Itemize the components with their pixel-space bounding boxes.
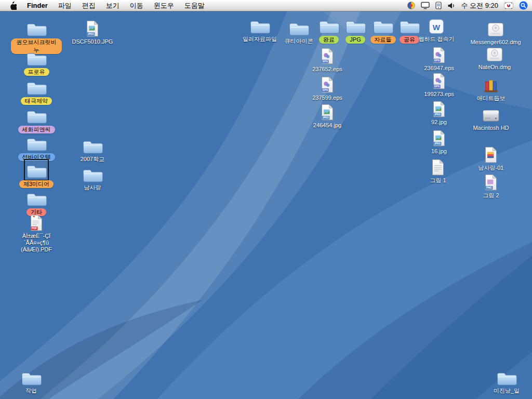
- jpeg-icon: JPEG: [320, 102, 335, 121]
- eps-icon: EPS: [432, 45, 446, 64]
- desktop-icon[interactable]: 선바이오텍: [10, 134, 62, 161]
- desktop-icon[interactable]: 미진낭_일: [481, 368, 532, 394]
- svg-text:JPEG: JPEG: [88, 33, 95, 35]
- folder-icon: [82, 165, 103, 183]
- menu-help[interactable]: 도움말: [179, 1, 210, 10]
- menu-edit[interactable]: 편집: [77, 1, 101, 10]
- desktop-icon[interactable]: EPS 237652.eps: [301, 46, 353, 73]
- app-w-icon: W: [428, 16, 445, 35]
- icon-label: 프로유: [24, 68, 49, 76]
- svg-text:W: W: [433, 23, 441, 32]
- desktop-icon[interactable]: NateOn.dmg: [469, 44, 521, 71]
- folder-icon: [25, 161, 47, 179]
- svg-text:PNG: PNG: [486, 187, 492, 189]
- desktop-icon[interactable]: 남사랑-01: [465, 145, 517, 171]
- icon-label: 2007학교: [81, 156, 104, 163]
- desktop-icon[interactable]: PDF ÀÌ±æÈ¯-ÇÏ´ÃÃ¤»ç¶û (ÀâÆí).PDF: [10, 213, 62, 253]
- svg-text:EPS: EPS: [434, 85, 440, 88]
- volume-icon[interactable]: [447, 2, 455, 9]
- menu-file[interactable]: 파일: [53, 1, 77, 10]
- icon-label: 세화피앤씨: [18, 126, 55, 134]
- status-ball-icon[interactable]: [407, 2, 415, 9]
- folder-icon: [249, 16, 271, 35]
- menubar-status-area: 수 오전 9:20: [407, 0, 528, 11]
- dmg-icon: [485, 44, 504, 63]
- desktop-icon[interactable]: 남사랑: [66, 165, 118, 191]
- jpeg-icon: JPEG: [432, 128, 446, 147]
- img-icon: [484, 145, 498, 164]
- svg-text:EPS: EPS: [434, 59, 440, 62]
- apple-menu-icon[interactable]: [4, 0, 22, 11]
- folder-icon: [25, 48, 47, 67]
- icon-label: 일러자료파일: [243, 36, 277, 43]
- menu-window[interactable]: 윈도우: [149, 1, 179, 10]
- display-icon[interactable]: [421, 2, 430, 9]
- desktop-icon[interactable]: Messenger602.dmg: [470, 19, 522, 46]
- finder-menu[interactable]: Finder: [22, 2, 53, 9]
- desktop-icon[interactable]: Macintosh HD: [465, 105, 517, 131]
- eps-icon: EPS: [432, 71, 446, 90]
- menubar-clock[interactable]: 수 오전 9:20: [461, 1, 498, 10]
- icon-label: 그림 1: [430, 177, 446, 184]
- icon-label: 237652.eps: [312, 66, 342, 73]
- folder-icon: [25, 106, 47, 125]
- folder-icon: [25, 134, 47, 152]
- folder-icon: [496, 368, 517, 387]
- folder-icon: [20, 368, 42, 387]
- hdd-icon: [481, 105, 501, 124]
- icon-label: ÀÌ±æÈ¯-ÇÏ´ÃÃ¤»ç¶û (ÀâÆí).PDF: [11, 233, 62, 253]
- icon-label: Macintosh HD: [473, 125, 509, 131]
- menu-view[interactable]: 보기: [101, 1, 125, 10]
- svg-text:EPS: EPS: [323, 60, 328, 63]
- folder-icon: [25, 19, 47, 37]
- desktop-icon[interactable]: 기타: [10, 189, 62, 216]
- eps-icon: EPS: [320, 46, 335, 65]
- folder-icon: [82, 136, 103, 155]
- icon-label: 작업: [25, 388, 37, 394]
- eps-icon: EPS: [320, 75, 335, 94]
- icon-label: 남사랑-01: [478, 165, 504, 171]
- menubar-left: Finder 파일 편집 보기 이동 윈도우 도움말: [4, 0, 210, 11]
- desktop-icon[interactable]: 태극제약: [10, 77, 62, 105]
- desktop-icon[interactable]: JPEG 246454.jpg: [301, 102, 353, 129]
- folder-icon: [25, 77, 47, 96]
- pdf-icon: PDF: [29, 213, 44, 232]
- icon-label: 237599.eps: [312, 95, 342, 101]
- desktop-icon[interactable]: 2007학교: [66, 136, 118, 163]
- menu-go[interactable]: 이동: [125, 1, 149, 10]
- icon-label: 선바이오텍: [18, 153, 55, 161]
- korean-flag-icon[interactable]: [504, 2, 513, 9]
- icon-label: 246454.jpg: [313, 122, 341, 129]
- png-icon: PNG: [484, 172, 498, 191]
- desktop-icon[interactable]: EPS 236947.eps: [413, 45, 465, 72]
- icon-label: 남사랑: [84, 184, 101, 191]
- desktop-icon[interactable]: 작업: [5, 368, 57, 394]
- device-icon[interactable]: [435, 2, 442, 9]
- icon-label: 미진낭_일: [494, 388, 520, 394]
- desktop-icon[interactable]: JPEG 16.jpg: [413, 128, 465, 155]
- icon-label: NateOn.dmg: [478, 64, 511, 71]
- desktop-icon[interactable]: 세화피앤씨: [10, 106, 62, 134]
- icon-label: 태극제약: [21, 97, 52, 105]
- icon-label: 199273.eps: [424, 91, 454, 98]
- desktop-icon[interactable]: 제3미디어: [10, 161, 62, 188]
- desktop-icon[interactable]: 그림 1: [412, 157, 464, 184]
- app-books-icon: [483, 75, 499, 94]
- icon-label: 16.jpg: [431, 148, 447, 155]
- desktop-icon[interactable]: EPS 237599.eps: [301, 75, 353, 101]
- dmg-icon: [486, 19, 505, 38]
- spotlight-icon[interactable]: [519, 1, 528, 10]
- desktop-icon[interactable]: PNG 그림 2: [465, 172, 517, 199]
- desktop-icon[interactable]: W 웹하드 접속기: [410, 16, 462, 43]
- folder-icon: [25, 189, 47, 207]
- desktop-icon[interactable]: 프로유: [10, 48, 62, 76]
- svg-text:PDF: PDF: [32, 227, 37, 230]
- desktop-icon[interactable]: EPS 199273.eps: [413, 71, 465, 98]
- menubar: Finder 파일 편집 보기 이동 윈도우 도움말: [0, 0, 532, 11]
- svg-text:EPS: EPS: [323, 88, 328, 91]
- doc-icon: [431, 157, 445, 176]
- desktop-icon[interactable]: 애디트돕보: [465, 75, 517, 102]
- desktop-icon[interactable]: JPEG DSCF5010.JPG: [66, 19, 118, 45]
- svg-text:JPEG: JPEG: [323, 116, 329, 119]
- desktop-icon[interactable]: JPEG 92.jpg: [413, 99, 465, 126]
